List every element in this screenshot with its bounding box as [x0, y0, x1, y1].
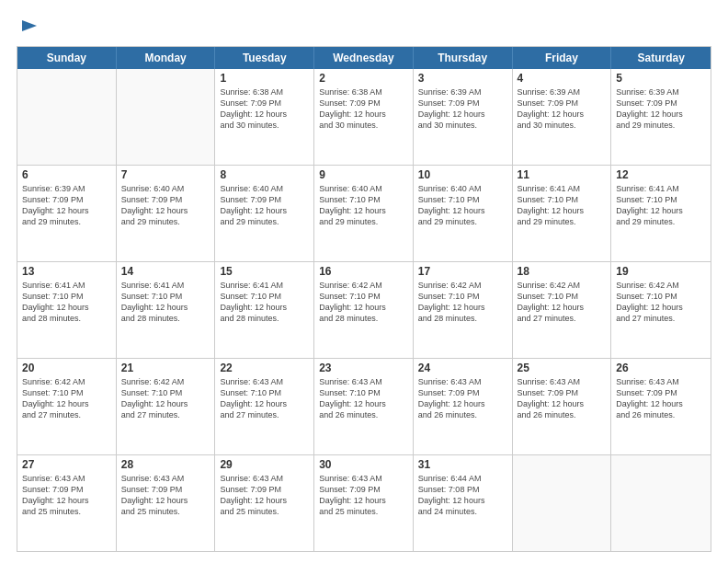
cal-cell: 19Sunrise: 6:42 AMSunset: 7:10 PMDayligh… — [611, 262, 711, 358]
day-number: 27 — [22, 458, 111, 471]
cell-info: Sunrise: 6:43 AMSunset: 7:09 PMDaylight:… — [518, 376, 607, 421]
cal-cell — [513, 455, 612, 551]
cal-cell: 21Sunrise: 6:42 AMSunset: 7:10 PMDayligh… — [117, 359, 216, 454]
cal-header-saturday: Saturday — [611, 47, 711, 69]
day-number: 30 — [319, 458, 408, 471]
calendar-header-row: SundayMondayTuesdayWednesdayThursdayFrid… — [17, 47, 711, 69]
cal-header-sunday: Sunday — [17, 47, 117, 69]
day-number: 12 — [616, 168, 706, 181]
cal-cell: 7Sunrise: 6:40 AMSunset: 7:09 PMDaylight… — [117, 166, 216, 261]
day-number: 28 — [121, 458, 210, 471]
cal-cell — [117, 69, 216, 165]
cal-header-tuesday: Tuesday — [215, 47, 314, 69]
day-number: 24 — [418, 362, 507, 374]
day-number: 9 — [319, 168, 408, 181]
day-number: 3 — [418, 72, 507, 85]
day-number: 31 — [418, 458, 507, 471]
cell-info: Sunrise: 6:41 AMSunset: 7:10 PMDaylight:… — [616, 183, 706, 228]
cal-header-thursday: Thursday — [414, 47, 513, 69]
cell-info: Sunrise: 6:42 AMSunset: 7:10 PMDaylight:… — [418, 280, 507, 325]
cell-info: Sunrise: 6:40 AMSunset: 7:09 PMDaylight:… — [121, 183, 210, 228]
day-number: 15 — [220, 265, 309, 278]
day-number: 20 — [22, 362, 111, 374]
day-number: 5 — [616, 72, 706, 85]
cell-info: Sunrise: 6:42 AMSunset: 7:10 PMDaylight:… — [22, 376, 111, 421]
cell-info: Sunrise: 6:42 AMSunset: 7:10 PMDaylight:… — [319, 280, 408, 325]
cell-info: Sunrise: 6:39 AMSunset: 7:09 PMDaylight:… — [616, 86, 706, 132]
cal-row-0: 1Sunrise: 6:38 AMSunset: 7:09 PMDaylight… — [17, 69, 711, 165]
cal-row-4: 27Sunrise: 6:43 AMSunset: 7:09 PMDayligh… — [17, 454, 711, 551]
cal-cell: 4Sunrise: 6:39 AMSunset: 7:09 PMDaylight… — [513, 69, 612, 165]
cal-header-monday: Monday — [117, 47, 216, 69]
cal-cell — [611, 455, 711, 551]
day-number: 19 — [616, 265, 706, 278]
cell-info: Sunrise: 6:39 AMSunset: 7:09 PMDaylight:… — [22, 183, 111, 228]
cal-cell: 8Sunrise: 6:40 AMSunset: 7:09 PMDaylight… — [215, 166, 314, 261]
cell-info: Sunrise: 6:43 AMSunset: 7:09 PMDaylight:… — [418, 376, 507, 421]
day-number: 7 — [121, 168, 210, 181]
cal-cell: 12Sunrise: 6:41 AMSunset: 7:10 PMDayligh… — [611, 166, 711, 261]
cell-info: Sunrise: 6:41 AMSunset: 7:10 PMDaylight:… — [22, 280, 111, 325]
cell-info: Sunrise: 6:43 AMSunset: 7:09 PMDaylight:… — [22, 473, 111, 518]
cal-cell: 16Sunrise: 6:42 AMSunset: 7:10 PMDayligh… — [314, 262, 414, 358]
cell-info: Sunrise: 6:39 AMSunset: 7:09 PMDaylight:… — [418, 86, 507, 132]
cal-cell: 17Sunrise: 6:42 AMSunset: 7:10 PMDayligh… — [414, 262, 513, 358]
day-number: 21 — [121, 362, 210, 374]
calendar: SundayMondayTuesdayWednesdayThursdayFrid… — [17, 46, 711, 552]
cell-info: Sunrise: 6:40 AMSunset: 7:10 PMDaylight:… — [418, 183, 507, 228]
cal-cell: 11Sunrise: 6:41 AMSunset: 7:10 PMDayligh… — [513, 166, 612, 261]
cal-cell: 24Sunrise: 6:43 AMSunset: 7:09 PMDayligh… — [414, 359, 513, 454]
cal-cell: 31Sunrise: 6:44 AMSunset: 7:08 PMDayligh… — [414, 455, 513, 551]
cell-info: Sunrise: 6:43 AMSunset: 7:10 PMDaylight:… — [319, 376, 408, 421]
cal-cell: 28Sunrise: 6:43 AMSunset: 7:09 PMDayligh… — [117, 455, 216, 551]
cell-info: Sunrise: 6:42 AMSunset: 7:10 PMDaylight:… — [121, 376, 210, 421]
cal-cell: 22Sunrise: 6:43 AMSunset: 7:10 PMDayligh… — [215, 359, 314, 454]
day-number: 2 — [319, 72, 408, 85]
cal-cell: 1Sunrise: 6:38 AMSunset: 7:09 PMDaylight… — [215, 69, 314, 165]
header — [17, 17, 711, 37]
cal-cell: 29Sunrise: 6:43 AMSunset: 7:09 PMDayligh… — [215, 455, 314, 551]
cal-header-wednesday: Wednesday — [314, 47, 414, 69]
cal-cell: 2Sunrise: 6:38 AMSunset: 7:09 PMDaylight… — [314, 69, 414, 165]
cell-info: Sunrise: 6:41 AMSunset: 7:10 PMDaylight:… — [121, 280, 210, 325]
day-number: 13 — [22, 265, 111, 278]
day-number: 14 — [121, 265, 210, 278]
day-number: 8 — [220, 168, 309, 181]
day-number: 18 — [518, 265, 607, 278]
cell-info: Sunrise: 6:41 AMSunset: 7:10 PMDaylight:… — [518, 183, 607, 228]
cal-cell: 9Sunrise: 6:40 AMSunset: 7:10 PMDaylight… — [314, 166, 414, 261]
cal-cell: 14Sunrise: 6:41 AMSunset: 7:10 PMDayligh… — [117, 262, 216, 358]
day-number: 25 — [518, 362, 607, 374]
cal-row-3: 20Sunrise: 6:42 AMSunset: 7:10 PMDayligh… — [17, 358, 711, 454]
cal-cell: 18Sunrise: 6:42 AMSunset: 7:10 PMDayligh… — [513, 262, 612, 358]
day-number: 4 — [518, 72, 607, 85]
cell-info: Sunrise: 6:38 AMSunset: 7:09 PMDaylight:… — [220, 86, 309, 132]
day-number: 11 — [518, 168, 607, 181]
cal-cell: 23Sunrise: 6:43 AMSunset: 7:10 PMDayligh… — [314, 359, 414, 454]
cell-info: Sunrise: 6:43 AMSunset: 7:09 PMDaylight:… — [220, 473, 309, 518]
calendar-body: 1Sunrise: 6:38 AMSunset: 7:09 PMDaylight… — [17, 69, 711, 551]
day-number: 29 — [220, 458, 309, 471]
cal-cell: 6Sunrise: 6:39 AMSunset: 7:09 PMDaylight… — [17, 166, 117, 261]
cell-info: Sunrise: 6:44 AMSunset: 7:08 PMDaylight:… — [418, 473, 507, 518]
cal-cell: 3Sunrise: 6:39 AMSunset: 7:09 PMDaylight… — [414, 69, 513, 165]
cal-cell: 20Sunrise: 6:42 AMSunset: 7:10 PMDayligh… — [17, 359, 117, 454]
logo-flag-icon — [18, 17, 39, 37]
day-number: 16 — [319, 265, 408, 278]
day-number: 26 — [616, 362, 706, 374]
cell-info: Sunrise: 6:43 AMSunset: 7:10 PMDaylight:… — [220, 376, 309, 421]
day-number: 23 — [319, 362, 408, 374]
cell-info: Sunrise: 6:42 AMSunset: 7:10 PMDaylight:… — [616, 280, 706, 325]
cell-info: Sunrise: 6:41 AMSunset: 7:10 PMDaylight:… — [220, 280, 309, 325]
cal-cell: 10Sunrise: 6:40 AMSunset: 7:10 PMDayligh… — [414, 166, 513, 261]
cell-info: Sunrise: 6:43 AMSunset: 7:09 PMDaylight:… — [121, 473, 210, 518]
day-number: 6 — [22, 168, 111, 181]
cal-cell — [17, 69, 117, 165]
cal-cell: 26Sunrise: 6:43 AMSunset: 7:09 PMDayligh… — [611, 359, 711, 454]
cal-cell: 13Sunrise: 6:41 AMSunset: 7:10 PMDayligh… — [17, 262, 117, 358]
cal-cell: 25Sunrise: 6:43 AMSunset: 7:09 PMDayligh… — [513, 359, 612, 454]
cell-info: Sunrise: 6:43 AMSunset: 7:09 PMDaylight:… — [319, 473, 408, 518]
cal-row-1: 6Sunrise: 6:39 AMSunset: 7:09 PMDaylight… — [17, 165, 711, 261]
cell-info: Sunrise: 6:43 AMSunset: 7:09 PMDaylight:… — [616, 376, 706, 421]
day-number: 10 — [418, 168, 507, 181]
